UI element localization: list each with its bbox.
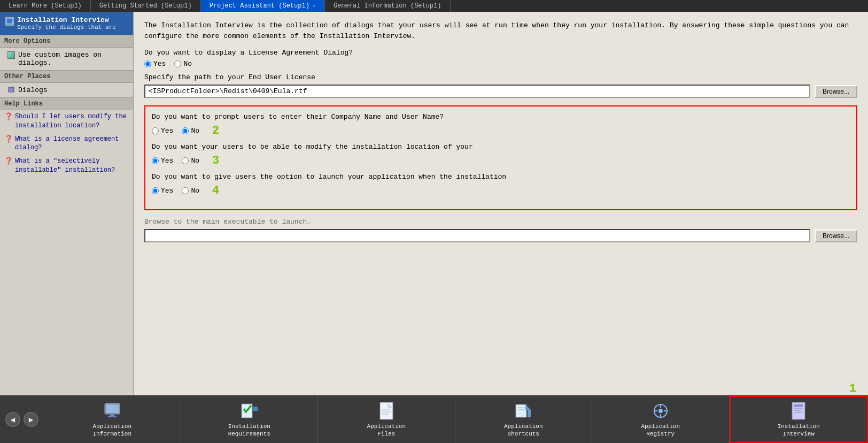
annotation-1: 1 <box>849 382 856 395</box>
svg-marker-16 <box>525 404 531 410</box>
sidebar-option-custom-images[interactable]: Use custom images on dialogs. <box>0 48 133 70</box>
forward-button[interactable]: ▶ <box>24 412 38 427</box>
tab-project-assistant[interactable]: Project Assistant (Setup1) ✕ <box>201 0 325 12</box>
tab-bar: Learn More (Setup1) Getting Started (Set… <box>0 0 868 12</box>
help-icon-1: ❓ <box>4 112 13 122</box>
dialogs-label: Dialogs <box>18 86 48 94</box>
toolbar-label-install-interview: InstallationInterview <box>778 423 820 438</box>
sidebar-place-dialogs[interactable]: Dialogs <box>0 83 133 97</box>
q1-radio-group: Yes No <box>144 60 857 68</box>
q2-no-radio[interactable] <box>182 127 189 134</box>
help-link-license-dialog[interactable]: ❓ What is a license agreement dialog? <box>0 133 133 155</box>
intro-text: The Installation Interview is the collec… <box>144 20 857 41</box>
close-icon[interactable]: ✕ <box>313 3 316 9</box>
toolbar-label-app-registry: ApplicationRegistry <box>641 423 680 438</box>
shortcut-icon <box>514 401 533 421</box>
svg-rect-30 <box>794 412 802 413</box>
q2-yes-radio[interactable] <box>152 127 159 134</box>
svg-rect-17 <box>528 410 531 417</box>
sidebar-main-item[interactable]: Installation Interview Specify the dialo… <box>0 12 133 35</box>
q4-radio-group: Yes No 4 <box>152 184 850 197</box>
main-container: Installation Interview Specify the dialo… <box>0 12 868 395</box>
q3-yes-radio[interactable] <box>152 157 159 164</box>
executable-path-input[interactable] <box>144 229 810 242</box>
svg-point-21 <box>658 409 663 413</box>
toolbar-item-app-registry[interactable]: ApplicationRegistry <box>592 396 730 443</box>
tab-getting-started[interactable]: Getting Started (Setup1) <box>91 0 201 12</box>
q1-no-option[interactable]: No <box>174 60 192 68</box>
svg-rect-27 <box>794 404 803 407</box>
q4-yes-radio[interactable] <box>152 187 159 194</box>
browse2-text: Browse to the main executable to launch. <box>144 218 857 226</box>
q3-label: Do you want your users to be able to mod… <box>152 143 850 151</box>
sidebar-subtitle: Specify the dialogs that are <box>17 24 116 30</box>
toolbar-label-app-files: ApplicationFiles <box>367 423 406 438</box>
svg-rect-1 <box>7 24 12 25</box>
q2-radio-group: Yes No 2 <box>152 124 850 138</box>
registry-icon <box>651 401 670 421</box>
help-links-header: Help Links <box>0 97 133 110</box>
svg-rect-0 <box>6 18 13 24</box>
checkmark-icon <box>239 401 259 421</box>
annotation-3: 3 <box>212 154 219 167</box>
svg-rect-7 <box>108 416 117 417</box>
q2-label: Do you want to prompt users to enter the… <box>152 113 850 121</box>
q4-no-option[interactable]: No <box>182 187 199 195</box>
q4-no-radio[interactable] <box>182 187 189 194</box>
toolbar-label-app-info: ApplicationInformation <box>92 423 131 438</box>
q1-yes-radio[interactable] <box>144 60 151 67</box>
toolbar-label-install-req: InstallationRequirements <box>228 423 270 438</box>
help-link-modify-location[interactable]: ❓ Should I let users modify the installa… <box>0 110 133 133</box>
toolbar-item-app-info[interactable]: ApplicationInformation <box>44 396 181 443</box>
tab-general-info[interactable]: General Information (Setup1) <box>325 0 451 12</box>
path-label: Specify the path to your End User Licens… <box>144 73 857 81</box>
back-button[interactable]: ◀ <box>5 412 20 427</box>
svg-rect-10 <box>380 402 393 419</box>
path-input-row: Browse... <box>144 85 857 98</box>
toolbar-item-app-shortcuts[interactable]: ApplicationShortcuts <box>455 396 593 443</box>
annotation-2: 2 <box>212 124 219 138</box>
license-path-input[interactable] <box>144 85 810 98</box>
q3-radio-group: Yes No 3 <box>152 154 850 167</box>
svg-rect-6 <box>110 414 114 416</box>
q1-no-radio[interactable] <box>174 60 181 67</box>
other-places-header: Other Places <box>0 70 133 83</box>
q3-yes-option[interactable]: Yes <box>152 157 173 165</box>
red-highlighted-section: Do you want to prompt users to enter the… <box>144 105 857 210</box>
document-icon <box>377 401 396 421</box>
help-link-selectively-installable[interactable]: ❓ What is a "selectively installable" in… <box>0 155 133 177</box>
svg-rect-9 <box>253 407 258 411</box>
q1-yes-option[interactable]: Yes <box>144 60 166 68</box>
toolbar-label-app-shortcuts: ApplicationShortcuts <box>504 423 543 438</box>
q2-yes-option[interactable]: Yes <box>152 127 173 135</box>
q3-no-option[interactable]: No <box>182 157 199 165</box>
q2-no-option[interactable]: No <box>182 127 199 135</box>
svg-rect-2 <box>9 87 14 92</box>
svg-rect-15 <box>516 404 526 417</box>
q4-yes-option[interactable]: Yes <box>152 187 173 195</box>
content-area: The Installation Interview is the collec… <box>134 12 868 395</box>
browse2-row: Browse... <box>144 229 857 242</box>
custom-images-icon <box>7 51 15 59</box>
sidebar: Installation Interview Specify the dialo… <box>0 12 134 395</box>
tab-learn-more[interactable]: Learn More (Setup1) <box>0 0 91 12</box>
help-icon-3: ❓ <box>4 157 13 166</box>
dialogs-icon <box>7 86 15 94</box>
browse-button-1[interactable]: Browse... <box>815 85 857 98</box>
q3-no-radio[interactable] <box>182 157 189 164</box>
monitor-icon <box>103 401 122 421</box>
toolbar-item-install-interview[interactable]: 1 InstallationInterview <box>730 396 869 443</box>
bottom-toolbar: ◀ ▶ ApplicationInformation InstallationR… <box>0 395 868 443</box>
q4-label: Do you want to give users the option to … <box>152 173 850 181</box>
svg-rect-29 <box>794 410 801 411</box>
toolbar-item-install-req[interactable]: InstallationRequirements <box>181 396 319 443</box>
sidebar-main-icon <box>5 17 14 26</box>
interview-icon <box>789 401 808 421</box>
svg-rect-3 <box>10 91 12 93</box>
q1-label: Do you want to display a License Agreeme… <box>144 49 857 57</box>
browse-button-2[interactable]: Browse... <box>815 230 857 242</box>
toolbar-item-app-files[interactable]: ApplicationFiles <box>318 396 455 443</box>
nav-buttons: ◀ ▶ <box>0 396 44 443</box>
annotation-4: 4 <box>212 184 219 197</box>
svg-rect-28 <box>794 408 803 409</box>
